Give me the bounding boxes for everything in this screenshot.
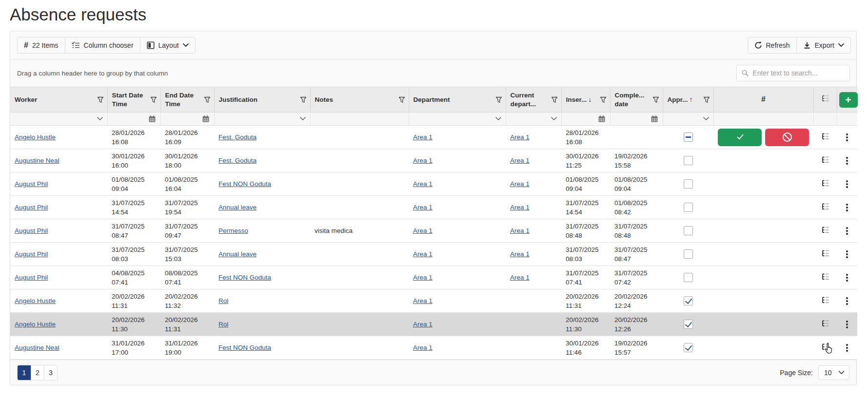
- table-row[interactable]: Augustine Neal 31/01/202617:00 31/01/202…: [10, 336, 857, 360]
- column-header-complete-date[interactable]: Comple... date: [610, 87, 663, 113]
- approved-checkbox[interactable]: [684, 343, 693, 352]
- current-department-link[interactable]: Area 1: [510, 133, 530, 141]
- approved-checkbox[interactable]: [684, 249, 693, 259]
- justification-link[interactable]: Permesso: [218, 227, 248, 234]
- department-link[interactable]: Area 1: [413, 227, 433, 234]
- refresh-button[interactable]: Refresh: [748, 38, 796, 53]
- table-row[interactable]: August Phil 31/07/202514:54 31/07/202519…: [10, 196, 857, 219]
- table-row[interactable]: August Phil 31/07/202508:47 31/07/202509…: [10, 219, 857, 243]
- justification-link[interactable]: Fest. Goduta: [218, 133, 256, 141]
- table-row[interactable]: Augustine Neal 30/01/202616:00 30/01/202…: [10, 149, 857, 172]
- worker-link[interactable]: August Phil: [15, 274, 48, 281]
- filter-cell-department[interactable]: [409, 113, 506, 126]
- justification-link[interactable]: Annual leave: [218, 250, 256, 258]
- column-chooser-button[interactable]: Column chooser: [65, 38, 140, 53]
- calendar-icon[interactable]: [148, 115, 156, 123]
- kebab-menu-icon[interactable]: [846, 274, 848, 282]
- kebab-menu-icon[interactable]: [846, 250, 848, 258]
- approved-checkbox[interactable]: [684, 203, 693, 212]
- search-input[interactable]: [752, 69, 845, 77]
- filter-funnel-icon[interactable]: [703, 96, 710, 103]
- kebab-menu-icon[interactable]: [846, 204, 848, 211]
- kebab-menu-icon[interactable]: [846, 321, 848, 328]
- worker-link[interactable]: Angelo Hustle: [15, 321, 56, 328]
- chevron-down-icon[interactable]: [551, 117, 557, 121]
- page-button-3[interactable]: 3: [44, 365, 57, 380]
- current-department-link[interactable]: Area 1: [510, 250, 530, 258]
- table-row[interactable]: Angelo Hustle 28/01/202616:08 28/01/2026…: [10, 126, 857, 149]
- calendar-icon[interactable]: [598, 115, 606, 123]
- page-button-1[interactable]: 1: [18, 365, 31, 380]
- filter-funnel-icon[interactable]: [495, 96, 502, 103]
- column-header-current-department[interactable]: Current depart...: [506, 87, 561, 113]
- approve-button[interactable]: [718, 129, 762, 146]
- kebab-menu-icon[interactable]: [846, 297, 848, 305]
- filter-cell-complete-date[interactable]: [610, 113, 663, 126]
- column-header-department[interactable]: Department: [409, 87, 506, 113]
- department-link[interactable]: Area 1: [413, 321, 433, 328]
- hierarchy-icon[interactable]: [821, 296, 829, 304]
- department-link[interactable]: Area 1: [413, 157, 433, 164]
- approved-checkbox[interactable]: [684, 273, 693, 282]
- worker-link[interactable]: Angelo Hustle: [15, 133, 56, 141]
- hierarchy-icon[interactable]: [821, 320, 829, 327]
- justification-link[interactable]: Rol: [218, 297, 228, 304]
- page-size-select[interactable]: 10: [818, 365, 849, 380]
- table-row[interactable]: Angelo Hustle 20/02/202611:31 20/02/2026…: [10, 289, 857, 313]
- table-row[interactable]: August Phil 04/08/202507:41 08/08/202507…: [10, 266, 857, 289]
- worker-link[interactable]: Augustine Neal: [15, 157, 59, 164]
- search-box[interactable]: [736, 65, 850, 81]
- worker-link[interactable]: Augustine Neal: [15, 344, 59, 351]
- layout-button[interactable]: Layout: [140, 38, 195, 53]
- current-department-link[interactable]: Area 1: [510, 227, 530, 234]
- filter-cell-inserted[interactable]: [561, 113, 610, 126]
- column-header-justification[interactable]: Justification: [214, 87, 310, 113]
- column-header-start-date-time[interactable]: Start Date Time: [107, 87, 160, 113]
- kebab-menu-icon[interactable]: [846, 344, 848, 352]
- column-header-hierarchy[interactable]: [813, 87, 837, 113]
- calendar-icon[interactable]: [651, 115, 658, 123]
- filter-funnel-icon[interactable]: [551, 96, 558, 103]
- worker-link[interactable]: Angelo Hustle: [15, 297, 56, 304]
- hierarchy-icon[interactable]: [821, 249, 829, 257]
- column-header-approved[interactable]: Appr...↑: [663, 87, 713, 113]
- justification-link[interactable]: Fest NON Goduta: [218, 274, 271, 281]
- current-department-link[interactable]: Area 1: [510, 274, 530, 281]
- department-link[interactable]: Area 1: [413, 180, 433, 188]
- chevron-down-icon[interactable]: [495, 117, 501, 121]
- chevron-down-icon[interactable]: [703, 117, 709, 121]
- justification-link[interactable]: Fest NON Goduta: [218, 180, 271, 188]
- worker-link[interactable]: August Phil: [15, 180, 48, 188]
- column-header-inserted[interactable]: Inser...↓: [561, 87, 610, 113]
- filter-funnel-icon[interactable]: [652, 96, 659, 103]
- department-link[interactable]: Area 1: [413, 274, 433, 281]
- approved-checkbox[interactable]: [684, 296, 693, 305]
- chevron-down-icon[interactable]: [300, 117, 306, 121]
- current-department-link[interactable]: Area 1: [510, 180, 530, 188]
- export-button[interactable]: Export: [796, 38, 850, 53]
- department-link[interactable]: Area 1: [413, 344, 433, 351]
- justification-link[interactable]: Rol: [218, 321, 228, 328]
- department-link[interactable]: Area 1: [413, 297, 433, 304]
- calendar-icon[interactable]: [202, 115, 210, 123]
- filter-cell-notes[interactable]: [310, 113, 409, 126]
- filter-funnel-icon[interactable]: [204, 96, 211, 103]
- kebab-menu-icon[interactable]: [846, 180, 848, 188]
- hierarchy-icon[interactable]: [821, 226, 829, 234]
- justification-link[interactable]: Fest. Goduta: [218, 157, 256, 164]
- filter-funnel-icon[interactable]: [300, 96, 307, 103]
- filter-cell-justification[interactable]: [214, 113, 310, 126]
- chevron-down-icon[interactable]: [97, 117, 103, 121]
- filter-funnel-icon[interactable]: [150, 96, 157, 103]
- deny-button[interactable]: [765, 129, 809, 146]
- hierarchy-icon[interactable]: [821, 156, 829, 164]
- approved-checkbox[interactable]: [684, 179, 693, 189]
- worker-link[interactable]: August Phil: [15, 250, 48, 258]
- table-row[interactable]: August Phil 31/07/202508:03 31/07/202515…: [10, 243, 857, 266]
- justification-link[interactable]: Fest NON Goduta: [218, 344, 271, 351]
- filter-cell-current-department[interactable]: [506, 113, 561, 126]
- worker-link[interactable]: August Phil: [15, 204, 48, 211]
- hierarchy-icon[interactable]: [821, 133, 829, 140]
- filter-cell-worker[interactable]: [10, 113, 107, 126]
- approved-checkbox[interactable]: [684, 133, 693, 142]
